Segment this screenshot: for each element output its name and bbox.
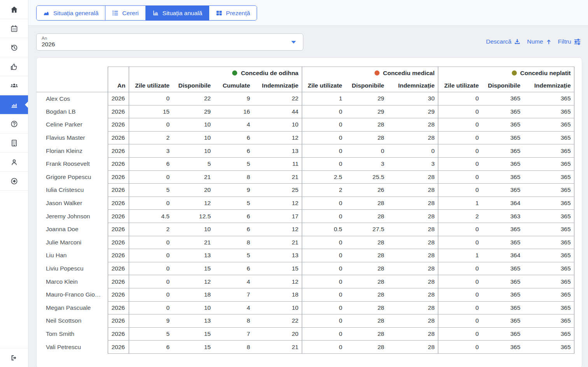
value-cell: 9 <box>214 92 253 105</box>
table-row: Jeremy Johnson 2026 4.5 12.5 6 17 0 28 2… <box>37 210 574 223</box>
value-cell: 28 <box>387 275 438 288</box>
value-cell: 0 <box>345 144 387 158</box>
value-cell: 1 <box>438 249 482 262</box>
value-cell: 15 <box>173 327 214 341</box>
value-cell: 0 <box>438 105 482 118</box>
value-cell: 365 <box>482 170 523 184</box>
tab-label: Prezență <box>226 10 250 17</box>
sidebar-item-team[interactable] <box>0 76 28 95</box>
value-cell: 10 <box>253 118 302 132</box>
value-cell: 365 <box>482 262 523 275</box>
value-cell: 15 <box>173 341 214 354</box>
value-cell: 3 <box>387 157 438 170</box>
table-row: Liviu Popescu 2026 0 15 6 15 0 28 28 0 3… <box>37 262 574 275</box>
value-cell: 8 <box>214 170 253 184</box>
value-cell: 28 <box>345 327 387 341</box>
value-cell: 28 <box>387 223 438 236</box>
year-cell: 2026 <box>108 170 129 184</box>
value-cell: 28 <box>387 262 438 275</box>
year-select[interactable]: An 2026 <box>36 33 303 51</box>
value-cell: 0 <box>438 223 482 236</box>
table-row: Iulia Cristescu 2026 5 20 9 25 2 26 28 0… <box>37 184 574 197</box>
employee-name-cell: Joanna Doe <box>37 223 108 236</box>
table-body: Alex Cos 2026 0 22 9 22 1 29 30 0 365 36… <box>37 92 574 354</box>
sidebar-item-reports[interactable] <box>0 95 28 114</box>
sidebar-item-history[interactable] <box>0 38 28 57</box>
employee-name-cell: Liu Han <box>37 249 108 262</box>
legend-dot-neplatit <box>512 70 517 76</box>
value-cell: 0 <box>129 118 173 132</box>
value-cell: 0 <box>438 144 482 158</box>
value-cell: 365 <box>523 131 574 144</box>
value-cell: 6 <box>214 262 253 275</box>
table-actions: Descarcă Nume Filtru <box>486 38 581 45</box>
value-cell: 0 <box>129 301 173 314</box>
employee-name-cell: Mauro-Franco Gio… <box>37 288 108 301</box>
column-header: Indemnizație <box>253 79 302 92</box>
sidebar-item-approvals[interactable] <box>0 57 28 76</box>
value-cell: 28 <box>345 236 387 249</box>
value-cell: 13 <box>173 314 214 328</box>
value-cell: 15 <box>253 262 302 275</box>
value-cell: 0 <box>438 301 482 314</box>
sidebar-item-calendar[interactable] <box>0 19 28 38</box>
value-cell: 5 <box>173 157 214 170</box>
sidebar-item-go[interactable] <box>0 172 28 191</box>
value-cell: 365 <box>523 249 574 262</box>
column-header: Indemnizație <box>387 79 438 92</box>
value-cell: 26 <box>345 184 387 197</box>
column-header: Disponibile <box>482 79 523 92</box>
tab-situatia-anuala[interactable]: Situația anuală <box>145 6 209 20</box>
employee-name-cell: Grigore Popescu <box>37 170 108 184</box>
value-cell: 0 <box>302 118 345 132</box>
value-cell: 365 <box>523 327 574 341</box>
sort-by-name-button[interactable]: Nume <box>527 38 551 45</box>
value-cell: 0 <box>438 118 482 132</box>
thumbs-up-icon <box>10 63 18 71</box>
value-cell: 365 <box>482 236 523 249</box>
tab-cereri[interactable]: Cereri <box>105 6 145 20</box>
download-button[interactable]: Descarcă <box>486 38 520 45</box>
sidebar-item-home[interactable] <box>0 0 28 19</box>
year-cell: 2026 <box>108 144 129 158</box>
value-cell: 365 <box>523 144 574 158</box>
value-cell: 10 <box>173 118 214 132</box>
value-cell: 0 <box>302 275 345 288</box>
filter-label: Filtru <box>558 38 571 45</box>
employee-name-cell: Bogdan LB <box>37 105 108 118</box>
column-header: Zile utilizate <box>129 79 173 92</box>
value-cell: 365 <box>523 262 574 275</box>
sidebar-item-logout[interactable] <box>0 348 28 367</box>
value-cell: 365 <box>523 301 574 314</box>
value-cell: 0 <box>302 131 345 144</box>
sidebar <box>0 0 28 367</box>
tab-situatia-generala[interactable]: Situația generală <box>37 6 105 20</box>
column-header: Disponibile <box>173 79 214 92</box>
table-row: Mauro-Franco Gio… 2026 0 18 7 18 0 28 28… <box>37 288 574 301</box>
value-cell: 4 <box>214 275 253 288</box>
value-cell: 365 <box>523 105 574 118</box>
tab-label: Situația anuală <box>163 10 203 17</box>
value-cell: 0 <box>302 341 345 354</box>
sidebar-item-help[interactable] <box>0 114 28 133</box>
table-row: Jason Walker 2026 0 12 5 12 0 28 28 1 36… <box>37 197 574 210</box>
value-cell: 365 <box>523 184 574 197</box>
year-cell: 2026 <box>108 197 129 210</box>
value-cell: 365 <box>523 341 574 354</box>
list-icon <box>112 10 119 16</box>
arrow-up-icon <box>546 39 551 45</box>
value-cell: 364 <box>482 249 523 262</box>
filter-button[interactable]: Filtru <box>558 38 581 45</box>
employee-name-cell: Tom Smith <box>37 327 108 341</box>
employee-name-cell: Frank Roosevelt <box>37 157 108 170</box>
value-cell: 12 <box>253 275 302 288</box>
tab-prezenta[interactable]: Prezență <box>209 6 257 20</box>
sidebar-item-company[interactable] <box>0 133 28 153</box>
sidebar-item-profile[interactable] <box>0 153 28 172</box>
value-cell: 365 <box>482 301 523 314</box>
value-cell: 22 <box>253 92 302 105</box>
value-cell: 11 <box>253 157 302 170</box>
value-cell: 27.5 <box>345 223 387 236</box>
value-cell: 8 <box>214 341 253 354</box>
value-cell: 363 <box>482 210 523 223</box>
